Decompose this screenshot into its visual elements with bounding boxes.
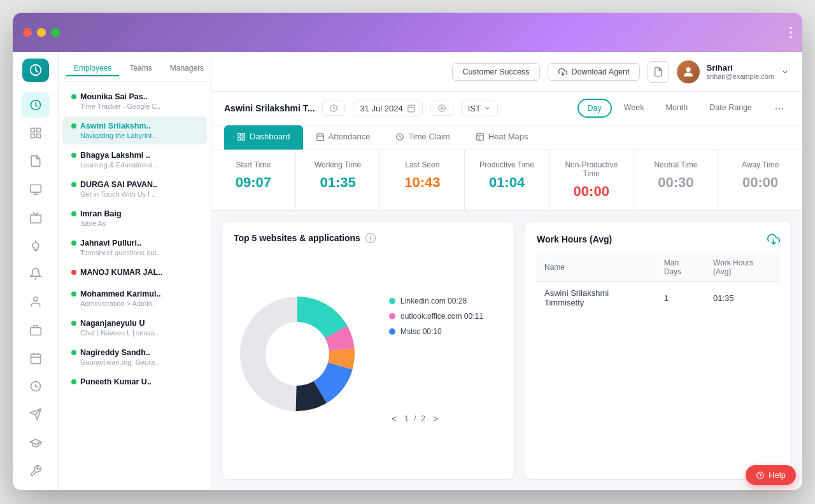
main-content: Customer Success Download Agent — [211, 52, 802, 490]
svg-point-43 — [267, 323, 328, 384]
tab-month[interactable]: Month — [656, 99, 698, 118]
app-logo[interactable] — [22, 59, 49, 82]
help-button[interactable]: Help — [746, 465, 796, 485]
legend-item: Linkedin.com 00:28 — [389, 297, 483, 305]
list-item[interactable]: Mohammed Karimul.. Administration > Admi… — [62, 284, 207, 312]
status-dot — [71, 94, 76, 99]
cell-workhours: 01:35 — [705, 282, 780, 314]
time-display[interactable] — [322, 101, 345, 116]
download-icon[interactable] — [767, 233, 780, 246]
sidebar-item-alerts[interactable] — [21, 261, 50, 286]
download-agent-button[interactable]: Download Agent — [548, 63, 640, 81]
sidebar-item-tools[interactable] — [21, 458, 50, 484]
document-button[interactable] — [648, 61, 669, 83]
close-button[interactable] — [23, 28, 32, 37]
traffic-lights — [23, 28, 60, 37]
sidebar-item-calendar[interactable] — [21, 346, 50, 371]
sidebar-item-clock[interactable] — [21, 374, 50, 399]
sidebar-item-graduation[interactable] — [21, 430, 50, 456]
list-item[interactable]: MANOJ KUMAR JAL.. — [62, 263, 207, 283]
timezone-display[interactable] — [430, 101, 453, 116]
chart-prev-button[interactable]: < — [389, 414, 399, 424]
sidebar-item-idea[interactable] — [21, 233, 50, 258]
stat-value: 00:30 — [647, 174, 705, 191]
status-dot — [71, 123, 76, 129]
list-item[interactable]: Bhagya Lakshmi .. Learning & Educational… — [62, 146, 207, 174]
svg-rect-12 — [31, 354, 40, 363]
stat-label: Away Time — [731, 160, 790, 169]
icon-sidebar — [13, 52, 59, 490]
panels: Top 5 websites & applications i — [211, 211, 802, 490]
user-name: Srihari — [706, 63, 774, 73]
legend-item: Mstsc 00:10 — [389, 327, 483, 336]
tab-week[interactable]: Week — [614, 99, 654, 118]
panel-title: Work Hours (Avg) — [537, 234, 612, 244]
tab-employees[interactable]: Employees — [66, 61, 119, 76]
sidebar-item-user[interactable] — [21, 289, 50, 314]
svg-rect-22 — [408, 105, 415, 112]
sidebar-item-dashboard[interactable] — [21, 120, 50, 146]
employee-activity: Time Tracker - Google C.. — [71, 102, 198, 110]
list-item[interactable]: DURGA SAI PAVAN.. Get in Touch With Us l… — [62, 175, 207, 203]
tab-day[interactable]: Day — [578, 99, 612, 118]
sidebar-item-send[interactable] — [21, 402, 50, 427]
tab-teams[interactable]: Teams — [122, 61, 159, 76]
list-item[interactable]: Mounika Sai Pas.. Time Tracker - Google … — [62, 87, 207, 115]
work-hours-panel: Work Hours (Avg) Name Man Days Work Hour… — [525, 221, 792, 480]
sidebar-item-tv[interactable] — [21, 205, 50, 230]
status-dot — [71, 291, 76, 297]
date-display[interactable]: 31 Jul 2024 — [353, 101, 422, 116]
maximize-button[interactable] — [51, 28, 60, 37]
employee-activity: Gauravtiwari.org: Gaura.. — [71, 358, 198, 366]
svg-rect-36 — [476, 133, 483, 140]
employee-sidebar: Employees Teams Managers Mounika Sai Pas… — [59, 52, 211, 490]
stat-label: Neutral Time — [647, 160, 705, 169]
svg-rect-4 — [31, 134, 34, 138]
nav-tabs: Dashboard Attendance Time Claim — [211, 125, 802, 150]
employee-name: Jahnavi Pulluri.. — [80, 239, 141, 248]
minimize-button[interactable] — [37, 28, 46, 37]
timezone-selector[interactable]: IST — [461, 101, 498, 116]
calendar-icon — [407, 104, 416, 113]
stat-away-time: Away Time 00:00 — [718, 150, 802, 210]
list-item[interactable]: Nagireddy Sandh.. Gauravtiwari.org: Gaur… — [62, 343, 207, 371]
list-item[interactable]: Naganjaneyulu U Chat | Naveen L | snova.… — [62, 314, 207, 342]
cell-name: Aswini Srilakshmi Timmisetty — [537, 282, 656, 314]
grid-icon — [237, 132, 246, 141]
tab-timeclaim[interactable]: Time Claim — [383, 125, 462, 150]
employee-activity: Learning & Educational .. — [71, 161, 198, 169]
tab-heatmaps[interactable]: Heat Maps — [463, 125, 541, 150]
sidebar-item-tracker[interactable] — [21, 92, 50, 118]
list-item[interactable]: Jahnavi Pulluri.. Timesheet questions ou… — [62, 234, 207, 262]
tab-managers[interactable]: Managers — [162, 61, 211, 76]
user-avatar — [677, 60, 700, 83]
tab-dashboard[interactable]: Dashboard — [224, 125, 303, 150]
svg-rect-28 — [242, 133, 244, 136]
sidebar-item-monitor[interactable] — [21, 176, 50, 202]
tab-attendance[interactable]: Attendance — [303, 125, 383, 150]
stat-value: 00:00 — [731, 174, 790, 191]
list-item[interactable]: Puneeth Kumar U.. — [62, 372, 207, 393]
list-item[interactable]: Imran Baig Save As — [62, 204, 207, 232]
sidebar-item-briefcase[interactable] — [21, 318, 50, 343]
more-options-button[interactable]: ··· — [769, 98, 790, 118]
info-icon[interactable]: i — [365, 233, 376, 243]
sidebar-item-reports[interactable] — [21, 148, 50, 174]
list-item[interactable]: Aswini Srilakshm.. Navigating the Labyri… — [62, 116, 207, 144]
employee-name: Nagireddy Sandh.. — [80, 348, 150, 357]
svg-point-20 — [686, 67, 691, 71]
chart-next-button[interactable]: > — [430, 414, 441, 424]
help-icon — [756, 471, 765, 480]
customer-success-button[interactable]: Customer Success — [452, 63, 541, 81]
svg-point-10 — [33, 297, 38, 302]
stat-productive-time: Productive Time 01:04 — [465, 150, 549, 210]
svg-rect-11 — [30, 328, 41, 335]
download-icon — [558, 67, 567, 76]
user-profile[interactable]: Srihari srihari@example.com — [677, 60, 790, 83]
employee-tabs: Employees Teams Managers — [59, 52, 211, 82]
svg-point-26 — [438, 105, 445, 112]
employee-activity: Get in Touch With Us l .. — [71, 190, 198, 198]
svg-rect-30 — [242, 137, 244, 140]
play-icon — [437, 104, 446, 113]
tab-daterange[interactable]: Date Range — [700, 99, 762, 118]
